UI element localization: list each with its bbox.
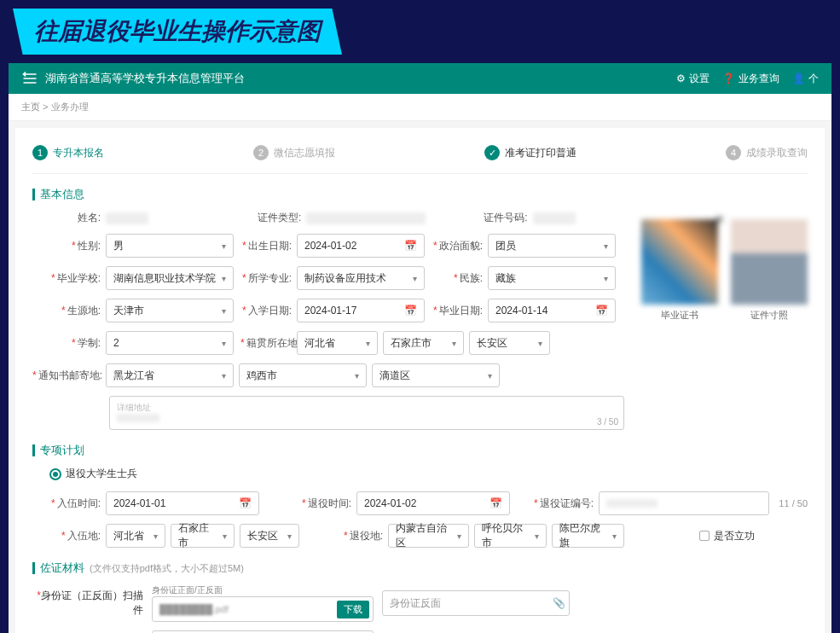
edusystem-select[interactable]: 2 <box>106 331 234 355</box>
enlist-city[interactable]: 石家庄市 <box>171 524 235 548</box>
help-button[interactable]: ❓ 业务查询 <box>722 72 779 86</box>
step-indicator: 1专升本报名 2微信志愿填报 ✓准考证打印普通 4成绩录取查询 <box>32 136 808 174</box>
detail-address-input[interactable]: 详细地址 3 / 50 <box>109 396 624 430</box>
close-icon[interactable]: ✕ <box>715 212 725 226</box>
enlist-province[interactable]: 河北省 <box>106 524 165 548</box>
step-3[interactable]: ✓准考证打印普通 <box>484 145 576 160</box>
native-province[interactable]: 河北省 <box>297 331 378 355</box>
id-photo[interactable] <box>731 219 808 305</box>
gear-icon: ⚙ <box>676 73 686 84</box>
user-icon: 👤 <box>792 73 805 84</box>
download-button[interactable]: 下载 <box>337 601 369 618</box>
ethnic-select[interactable]: 藏族 <box>488 266 616 290</box>
retire-district[interactable]: 陈巴尔虎旗 <box>552 524 624 548</box>
paperclip-icon: 📎 <box>553 597 565 609</box>
label-idno: 证件号码: <box>484 211 527 225</box>
value-idno <box>533 212 576 224</box>
breadcrumb-current: 业务办理 <box>51 102 89 112</box>
calendar-icon: 📅 <box>404 240 417 252</box>
enlist-district[interactable]: 长安区 <box>240 524 299 548</box>
birth-date[interactable]: 2024-01-02📅 <box>297 234 425 258</box>
breadcrumb-home[interactable]: 主页 <box>21 102 40 112</box>
origin-select[interactable]: 天津市 <box>106 299 234 322</box>
mail-district[interactable]: 滴道区 <box>372 363 500 387</box>
political-select[interactable]: 团员 <box>488 234 616 258</box>
id-back-upload[interactable]: 身份证反面📎 <box>382 590 570 616</box>
grad-cert-photo[interactable]: ✕ <box>641 219 718 305</box>
retire-date[interactable]: 2024-01-02📅 <box>356 491 510 515</box>
enroll-date[interactable]: 2024-01-17📅 <box>297 299 425 322</box>
label-idtype: 证件类型: <box>258 211 301 225</box>
user-menu[interactable]: 👤 个 <box>792 72 819 86</box>
merit-checkbox[interactable]: 是否立功 <box>699 529 755 543</box>
grad-date[interactable]: 2024-01-14📅 <box>488 299 616 322</box>
section-special-title: 专项计划 <box>32 443 808 458</box>
school-select[interactable]: 湖南信息职业技术学院 <box>106 266 234 290</box>
gender-select[interactable]: 男 <box>106 234 234 258</box>
retire-province[interactable]: 内蒙古自治区 <box>388 524 469 548</box>
page-banner: 往届退役毕业生操作示意图 <box>13 9 342 55</box>
settings-button[interactable]: ⚙ 设置 <box>676 72 710 86</box>
calendar-icon: 📅 <box>595 305 608 316</box>
veteran-radio[interactable]: 退役大学生士兵 <box>49 467 137 481</box>
breadcrumb: 主页 > 业务办理 <box>9 94 831 121</box>
id-front-upload[interactable]: ████████.pdf下载 <box>152 596 374 622</box>
addr-counter: 3 / 50 <box>597 417 618 427</box>
section-basic-title: 基本信息 <box>32 187 808 202</box>
mail-province[interactable]: 黑龙江省 <box>106 363 234 387</box>
retire-no-input[interactable] <box>599 491 769 515</box>
calendar-icon: 📅 <box>490 497 502 509</box>
topbar: 湖南省普通高等学校专升本信息管理平台 ⚙ 设置 ❓ 业务查询 👤 个 <box>9 63 831 94</box>
app-title: 湖南省普通高等学校专升本信息管理平台 <box>45 71 245 86</box>
mail-city[interactable]: 鸡西市 <box>239 363 367 387</box>
native-district[interactable]: 长安区 <box>469 331 550 355</box>
calendar-icon: 📅 <box>404 305 417 316</box>
retire-city[interactable]: 呼伦贝尔市 <box>474 524 547 548</box>
label-name: 姓名: <box>32 211 101 225</box>
major-select[interactable]: 制药设备应用技术 <box>297 266 425 290</box>
value-idtype <box>306 212 426 224</box>
step-4[interactable]: 4成绩录取查询 <box>726 145 808 160</box>
value-name <box>106 212 148 224</box>
enlist-date[interactable]: 2024-01-01📅 <box>106 491 259 515</box>
question-icon: ❓ <box>722 73 735 84</box>
step-1[interactable]: 1专升本报名 <box>32 145 104 160</box>
calendar-icon: 📅 <box>239 497 252 509</box>
section-materials-title: 佐证材料 (文件仅支持pdf格式，大小不超过5M) <box>32 560 808 576</box>
app-logo: 湖南省普通高等学校专升本信息管理平台 <box>21 70 245 87</box>
step-2[interactable]: 2微信志愿填报 <box>253 145 335 160</box>
native-city[interactable]: 石家庄市 <box>383 331 464 355</box>
retire-no-counter: 11 / 50 <box>779 498 808 508</box>
